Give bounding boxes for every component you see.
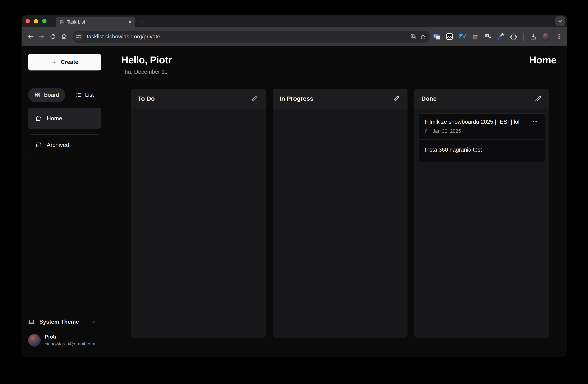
kanban-board: To Do In Progress [131, 89, 549, 338]
main-header: Hello, Piotr Thu, December 11 Home [121, 54, 556, 75]
column-done-title: Done [421, 95, 437, 102]
create-button-label: Create [61, 59, 78, 65]
sidebar: Create Board [21, 46, 108, 357]
task-card[interactable]: Filmik ze snowboardu 2025 [TEST] lol [419, 113, 545, 139]
tab-title: Task List [67, 19, 125, 25]
google-translate-extension-icon[interactable]: G T [433, 33, 441, 41]
site-settings-tune-icon[interactable] [74, 32, 84, 42]
sidebar-item-archived-label: Archived [47, 142, 69, 148]
svg-text:T: T [437, 36, 439, 39]
toolbar-separator [523, 33, 524, 41]
tab-search-chevron-button[interactable] [555, 16, 565, 26]
pencil-icon[interactable] [534, 94, 542, 103]
column-todo-title: To Do [138, 95, 155, 102]
minimize-window-button[interactable] [34, 19, 38, 23]
box-extension-icon[interactable] [471, 33, 479, 41]
downloads-button[interactable] [529, 33, 537, 41]
user-info: Piotr cichowlas.p@gmail.com [45, 334, 95, 347]
calendar-icon [425, 129, 430, 134]
pencil-icon[interactable] [392, 94, 401, 103]
laptop-icon [28, 319, 35, 325]
archive-icon [35, 142, 42, 148]
card-due-date: Jan 30, 2025 [425, 128, 539, 134]
column-todo-header: To Do [131, 89, 266, 109]
user-profile[interactable]: Piotr cichowlas.p@gmail.com [28, 334, 101, 347]
back-button[interactable] [25, 31, 36, 42]
list-icon [76, 92, 82, 98]
column-done: Done Filmik ze snow [414, 89, 549, 338]
chevron-down-icon [90, 319, 96, 324]
theme-selector[interactable]: System Theme [28, 319, 101, 325]
view-list-label: List [85, 92, 94, 98]
view-board-button[interactable]: Board [28, 88, 65, 102]
view-board-label: Board [44, 92, 59, 98]
user-email: cichowlas.p@gmail.com [45, 341, 95, 347]
pencil-icon[interactable] [250, 94, 259, 103]
sidebar-item-home-label: Home [47, 115, 62, 122]
greeting-title: Hello, Piotr [121, 54, 172, 66]
task-card[interactable]: Insta 360 nagrania test [419, 139, 545, 162]
zoom-window-button[interactable] [42, 19, 46, 23]
browser-window: Task List [21, 15, 567, 357]
user-avatar [28, 334, 41, 347]
page-title: Home [529, 54, 556, 66]
extensions-puzzle-icon[interactable] [510, 33, 518, 41]
column-inprogress-header: In Progress [273, 89, 407, 109]
extensions-row: G T [433, 33, 563, 41]
plus-icon [51, 59, 57, 65]
reload-button[interactable] [47, 31, 59, 42]
url-text[interactable]: tasklist.cichowlasp.org/private [87, 34, 409, 40]
goggles-extension-icon[interactable] [445, 33, 454, 41]
card-top-row: Filmik ze snowboardu 2025 [TEST] lol [425, 118, 539, 126]
browser-menu-kebab-icon[interactable] [555, 33, 563, 41]
forward-button[interactable] [36, 31, 47, 42]
traffic-lights [25, 15, 46, 27]
tab-favicon-clipboard-icon [59, 20, 64, 24]
new-tab-button[interactable] [137, 17, 147, 27]
greeting-block: Hello, Piotr Thu, December 11 [121, 54, 172, 75]
sidebar-spacer [28, 156, 101, 303]
toolbar-home-button[interactable] [59, 31, 70, 42]
browser-tab[interactable]: Task List [56, 17, 135, 27]
greeting-date: Thu, December 11 [121, 69, 172, 75]
column-done-body: Filmik ze snowboardu 2025 [TEST] lol [414, 109, 549, 338]
board-grid-icon [34, 92, 40, 98]
sidebar-item-home[interactable]: Home [28, 108, 101, 129]
keys-extension-icon[interactable] [484, 33, 492, 41]
screenshot-stage: Task List [0, 0, 588, 384]
eyedropper-extension-icon[interactable] [497, 33, 505, 41]
app-content: Create Board [21, 46, 567, 357]
card-group: Filmik ze snowboardu 2025 [TEST] lol [419, 113, 545, 162]
create-button[interactable]: Create [28, 54, 101, 70]
sidebar-item-archived[interactable]: Archived [28, 135, 101, 156]
column-inprogress-title: In Progress [279, 95, 313, 102]
tab-strip: Task List [21, 15, 567, 27]
theme-label: System Theme [39, 319, 79, 325]
main-panel: Hello, Piotr Thu, December 11 Home To Do [108, 46, 567, 357]
close-window-button[interactable] [25, 19, 30, 23]
ellipsis-menu-icon[interactable] [531, 118, 539, 124]
browser-profile-avatar[interactable] [542, 33, 550, 41]
sidebar-divider-top [28, 79, 101, 79]
browser-toolbar: tasklist.cichowlasp.org/private [21, 27, 567, 46]
user-name: Piotr [45, 334, 95, 340]
column-todo-body [131, 109, 266, 338]
column-done-header: Done [414, 89, 549, 109]
card-title: Insta 360 nagrania test [425, 147, 482, 153]
translate-page-icon[interactable] [409, 32, 418, 41]
view-list-button[interactable]: List [76, 92, 94, 98]
tab-close-icon[interactable] [128, 20, 132, 24]
column-inprogress: In Progress [273, 89, 407, 338]
url-bar[interactable]: tasklist.cichowlasp.org/private [73, 31, 430, 43]
home-icon [35, 115, 42, 122]
card-date-label: Jan 30, 2025 [433, 128, 461, 134]
column-todo: To Do [131, 89, 266, 338]
view-toggle: Board List [28, 88, 101, 102]
column-inprogress-body [273, 109, 407, 338]
card-title: Filmik ze snowboardu 2025 [TEST] lol [425, 118, 519, 126]
sidebar-divider-bottom [28, 303, 101, 303]
bookmark-star-icon[interactable] [418, 32, 428, 41]
7tv-extension-icon[interactable] [458, 33, 466, 41]
